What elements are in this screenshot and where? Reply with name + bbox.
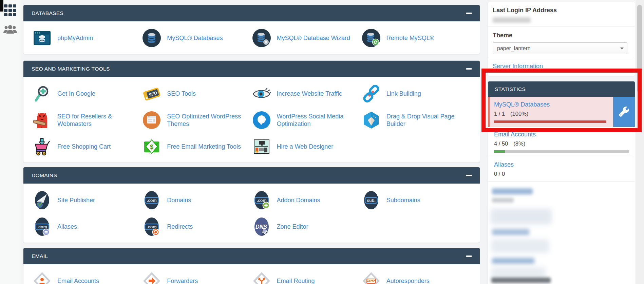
section-seo-marketing: SEO AND MARKETING TOOLS Get In Google <box>23 60 480 163</box>
app-label: SEO Tools <box>167 90 196 98</box>
app-label: Zone Editor <box>277 223 308 231</box>
app-label: Drag & Drop Visual Page Builder <box>386 113 468 128</box>
app-label: Link Building <box>386 90 421 98</box>
blurred-stat-link <box>492 229 529 235</box>
last-login-label: Last Login IP Address <box>493 5 630 17</box>
theme-select[interactable]: paper_lantern <box>493 42 627 54</box>
app-redirects[interactable]: .com Redirects <box>142 213 251 240</box>
app-label: Hire a Web Designer <box>277 143 334 151</box>
section-domains: DOMAINS Site Publisher <box>23 167 480 243</box>
app-subdomains[interactable]: sub. Subdomains <box>361 187 471 213</box>
app-label: Email Routing <box>277 277 315 284</box>
screen-corner-artifact <box>0 0 3 12</box>
chain-links-icon <box>361 84 381 103</box>
app-label: Domains <box>167 196 191 204</box>
manage-databases-button[interactable] <box>613 97 635 127</box>
section-email: EMAIL Email Accounts <box>23 248 480 284</box>
seo-tag-icon: SEO <box>142 84 162 103</box>
email-accounts-stat-link[interactable]: Email Accounts <box>494 131 536 138</box>
envelope-arrow-icon <box>142 271 162 284</box>
stat-aliases: Aliases 0 / 0 <box>488 157 635 182</box>
dotcom-equals-icon: .com <box>32 217 52 236</box>
users-button[interactable] <box>3 23 17 37</box>
section-title: SEO AND MARKETING TOOLS <box>32 66 110 72</box>
section-header-seo: SEO AND MARKETING TOOLS <box>23 61 480 77</box>
envelope-routing-icon <box>252 271 271 284</box>
app-email-routing[interactable]: Email Routing <box>252 268 361 284</box>
section-title: DATABASES <box>32 10 63 16</box>
minus-icon <box>466 175 472 176</box>
blurred-content <box>491 209 552 224</box>
app-rail <box>0 0 20 284</box>
app-free-shopping-cart[interactable]: Free Shopping Cart <box>32 133 142 160</box>
app-label: SEO for Resellers & Webmasters <box>57 113 139 128</box>
app-autoresponders[interactable]: AUTO Autoresponders <box>361 268 471 284</box>
app-site-publisher[interactable]: Site Publisher <box>32 187 142 213</box>
collapse-button[interactable] <box>466 253 472 260</box>
svg-text:sub.: sub. <box>367 198 376 203</box>
app-label: SEO Optimized WordPress Themes <box>167 113 248 128</box>
app-seo-tools[interactable]: SEO SEO Tools <box>142 80 251 107</box>
app-aliases[interactable]: .com Aliases <box>32 213 142 240</box>
app-phpmyadmin[interactable]: phpMyAdmin <box>32 25 142 51</box>
info-sidebar: Last Login IP Address Theme paper_lanter… <box>488 2 635 284</box>
minus-icon <box>466 13 472 14</box>
aliases-stat-link[interactable]: Aliases <box>494 161 514 168</box>
collapse-button[interactable] <box>466 65 472 72</box>
app-forwarders[interactable]: Forwarders <box>142 268 251 284</box>
app-link-building[interactable]: Link Building <box>361 80 471 107</box>
collapse-button[interactable] <box>466 10 472 17</box>
app-label: Free Shopping Cart <box>57 143 111 151</box>
stat-value: 1 / 1(100%) <box>494 111 606 117</box>
shopping-cart-icon <box>32 137 52 156</box>
app-label: Site Publisher <box>57 196 95 204</box>
app-mysql-database-wizard[interactable]: MySQL® Database Wizard <box>252 25 361 51</box>
server-information-link[interactable]: Server Information <box>493 62 543 71</box>
app-seo-resellers[interactable]: SEO for Resellers & Webmasters <box>32 107 142 133</box>
scrollbar-thumb[interactable] <box>637 5 642 93</box>
mysql-databases-stat-link[interactable]: MySQL® Databases <box>494 101 550 108</box>
app-label: MySQL® Database Wizard <box>277 34 350 42</box>
blurred-dark-text <box>491 278 551 283</box>
app-increase-website-traffic[interactable]: Increase Website Traffic <box>252 80 361 107</box>
app-email-accounts[interactable]: Email Accounts <box>32 268 142 284</box>
apps-grid-button[interactable] <box>3 4 17 18</box>
app-zone-editor[interactable]: DNS Zone Editor <box>252 213 361 240</box>
remote-mysql-icon <box>361 28 381 48</box>
app-mysql-databases[interactable]: MySQL® Databases <box>142 25 251 51</box>
app-hire-web-designer[interactable]: Hire a Web Designer <box>252 133 361 160</box>
progress-fill <box>494 120 606 123</box>
envelope-user-icon <box>32 271 52 284</box>
app-label: Addon Domains <box>277 196 320 204</box>
eye-icon <box>252 84 271 103</box>
app-label: Email Accounts <box>57 277 99 284</box>
svg-text:$: $ <box>150 144 153 150</box>
blurred-stat-value <box>492 198 514 203</box>
app-label: WordPress Social Media Optimization <box>277 113 358 128</box>
app-wp-social-media[interactable]: WordPress Social Media Optimization <box>252 107 361 133</box>
app-remote-mysql[interactable]: Remote MySQL® <box>361 25 471 51</box>
app-addon-domains[interactable]: .com Addon Domains <box>252 187 361 213</box>
collapse-button[interactable] <box>466 172 472 179</box>
progress-track <box>494 150 629 153</box>
app-get-in-google[interactable]: Get In Google <box>32 80 142 107</box>
account-info-panel: Last Login IP Address Theme paper_lanter… <box>488 2 635 76</box>
blurred-stat-link <box>492 258 534 264</box>
app-label: Remote MySQL® <box>386 34 434 42</box>
app-label: Redirects <box>167 223 193 231</box>
statistics-title: STATISTICS <box>495 86 526 92</box>
theme-label: Theme <box>493 31 630 42</box>
vertical-scrollbar <box>636 0 644 284</box>
blurred-stats-area <box>488 182 635 283</box>
apps-grid-icon <box>4 4 16 18</box>
feature-list: DATABASES phpMyAdmin <box>23 0 480 284</box>
app-seo-wordpress-themes[interactable]: SEO Optimized WordPress Themes <box>142 107 251 133</box>
stat-email-accounts: Email Accounts 4 / 50(8%) <box>488 127 635 157</box>
mysql-databases-icon <box>142 28 162 48</box>
hexagon-diamond-icon <box>361 110 381 130</box>
app-page-builder[interactable]: Drag & Drop Visual Page Builder <box>361 107 471 133</box>
app-domains[interactable]: .com Domains <box>142 187 251 213</box>
section-header-email: EMAIL <box>23 248 480 264</box>
app-email-marketing-tools[interactable]: $ Free Email Marketing Tools <box>142 133 251 160</box>
app-label: phpMyAdmin <box>57 34 93 42</box>
